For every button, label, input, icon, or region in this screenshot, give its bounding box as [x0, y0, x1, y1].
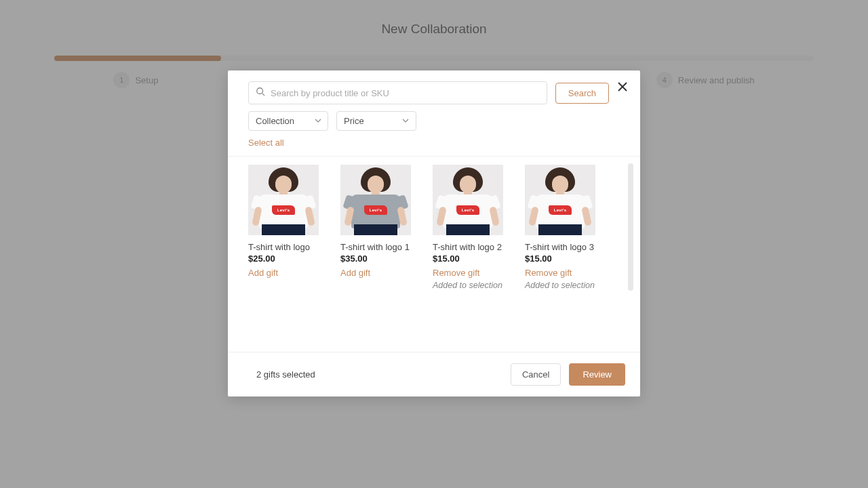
dropdown-label: Collection — [256, 116, 294, 126]
scrollbar[interactable] — [628, 163, 633, 345]
svg-line-3 — [262, 94, 265, 96]
cancel-button[interactable]: Cancel — [511, 363, 561, 386]
product-name: T-shirt with logo 2 — [433, 242, 503, 252]
select-all-link[interactable]: Select all — [248, 138, 609, 148]
review-button[interactable]: Review — [569, 363, 625, 386]
dropdown-label: Price — [344, 116, 364, 126]
remove-gift-link[interactable]: Remove gift — [525, 268, 595, 278]
product-name: T-shirt with logo 3 — [525, 242, 595, 252]
add-gift-link[interactable]: Add gift — [248, 268, 319, 278]
product-price: $15.00 — [525, 253, 595, 264]
product-image[interactable]: Levi's — [340, 165, 411, 235]
remove-gift-link[interactable]: Remove gift — [433, 268, 503, 278]
scroll-thumb[interactable] — [628, 163, 633, 291]
product-name: T-shirt with logo — [248, 242, 319, 252]
close-icon — [617, 81, 628, 95]
chevron-down-icon — [402, 116, 409, 126]
price-filter[interactable]: Price — [336, 111, 416, 131]
product-card: Levi's T-shirt with logo 1 $35.00 Add gi… — [340, 165, 411, 290]
products-grid: Levi's T-shirt with logo $25.00 Add gift… — [248, 165, 620, 290]
collection-filter[interactable]: Collection — [248, 111, 328, 131]
close-button[interactable] — [614, 80, 631, 96]
modal-footer: 2 gifts selected Cancel Review — [228, 352, 640, 396]
filters-row: Collection Price — [248, 111, 609, 131]
product-price: $25.00 — [248, 253, 319, 264]
added-to-selection: Added to selection — [433, 281, 503, 290]
search-row: Search — [248, 81, 609, 104]
add-gift-link[interactable]: Add gift — [340, 268, 411, 278]
search-button[interactable]: Search — [555, 83, 609, 104]
product-image[interactable]: Levi's — [248, 165, 319, 235]
product-card: Levi's T-shirt with logo $25.00 Add gift — [248, 165, 319, 290]
chevron-down-icon — [315, 116, 321, 126]
product-name: T-shirt with logo 1 — [340, 242, 411, 252]
search-box[interactable] — [248, 81, 547, 104]
product-card: Levi's T-shirt with logo 3 $15.00 Remove… — [525, 165, 595, 290]
product-image[interactable]: Levi's — [433, 165, 503, 235]
product-price: $15.00 — [433, 253, 503, 264]
product-picker-modal: Search Collection Price Select all — [228, 70, 640, 396]
svg-point-2 — [257, 88, 263, 94]
products-area: Levi's T-shirt with logo $25.00 Add gift… — [228, 157, 640, 352]
product-card: Levi's T-shirt with logo 2 $15.00 Remove… — [433, 165, 503, 290]
product-price: $35.00 — [340, 253, 411, 264]
modal-overlay: Search Collection Price Select all — [0, 0, 868, 488]
search-input[interactable] — [271, 88, 540, 98]
search-icon — [256, 87, 265, 99]
selected-count: 2 gifts selected — [243, 369, 315, 380]
added-to-selection: Added to selection — [525, 281, 595, 290]
modal-header: Search Collection Price Select all — [228, 70, 640, 156]
product-image[interactable]: Levi's — [525, 165, 595, 235]
